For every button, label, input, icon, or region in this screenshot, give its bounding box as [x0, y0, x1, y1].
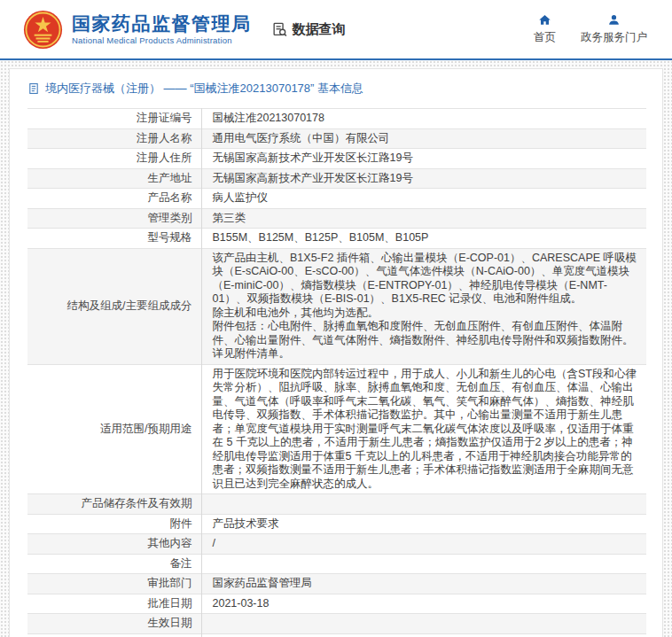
row-value: B155M、B125M、B125P、B105M、B105P: [213, 231, 429, 244]
row-valid-until: 有效期至 2026-03-17: [27, 633, 646, 637]
row-label: 产品名称: [27, 189, 201, 209]
row-value: 第三类: [213, 212, 246, 224]
row-value: 该产品由主机、B1X5-F2 插件箱、心输出量模块（E-COP-01）、CARE…: [213, 252, 637, 361]
row-product-name: 产品名称 病人监护仪: [27, 189, 646, 209]
row-label: 注册人名称: [27, 128, 201, 149]
site-logo[interactable]: 国家药品监督管理局 National Medical Products Admi…: [23, 10, 252, 50]
nav-home[interactable]: 首页: [534, 13, 556, 45]
breadcrumb-text: 境内医疗器械（注册） —— “国械注准20213070178” 基本信息: [45, 81, 363, 97]
row-other-content: 其他内容 /: [27, 534, 646, 555]
top-right-nav: 首页 政务服务门户: [534, 13, 652, 45]
row-effective-date: 生效日期: [27, 614, 646, 634]
row-attachment: 附件 产品技术要求: [27, 514, 646, 534]
row-label: 注册证编号: [27, 109, 201, 129]
row-value: 用于医院环境和医院内部转运过程中，用于成人、小儿和新生儿的心电（含ST段和心律失…: [213, 368, 637, 490]
document-icon: [27, 82, 40, 95]
row-value: 病人监护仪: [213, 191, 269, 204]
row-label: 有效期至: [27, 633, 201, 637]
row-label: 其他内容: [27, 534, 201, 555]
data-query-label: 数据查询: [293, 21, 346, 38]
row-model-spec: 型号规格 B155M、B125M、B125P、B105M、B105P: [27, 229, 646, 249]
row-label: 备注: [27, 554, 201, 574]
content-panel: 境内医疗器械（注册） —— “国械注准20213070178” 基本信息 注册证…: [9, 68, 663, 637]
row-label: 型号规格: [27, 229, 201, 249]
row-remarks: 备注: [27, 554, 646, 574]
breadcrumb: 境内医疗器械（注册） —— “国械注准20213070178” 基本信息: [10, 69, 662, 108]
org-title-cn: 国家药品监督管理局: [72, 13, 252, 34]
nav-home-label: 首页: [534, 30, 556, 45]
row-label: 注册人住所: [27, 149, 201, 169]
page-background: 境内医疗器械（注册） —— “国械注准20213070178” 基本信息 注册证…: [0, 60, 672, 637]
row-value: 无锡国家高新技术产业开发区长江路19号: [213, 172, 413, 184]
row-approval-dept: 审批部门 国家药品监督管理局: [27, 574, 646, 594]
row-value: /: [213, 537, 215, 549]
row-production-address: 生产地址 无锡国家高新技术产业开发区长江路19号: [27, 168, 646, 189]
row-label: 生效日期: [27, 614, 201, 634]
row-registrant-address: 注册人住所 无锡国家高新技术产业开发区长江路19号: [27, 149, 646, 169]
row-value: 国械注准20213070178: [213, 112, 324, 124]
row-registrant-name: 注册人名称 通用电气医疗系统（中国）有限公司: [27, 128, 646, 149]
national-emblem-icon: [23, 10, 63, 50]
document-search-icon: [271, 21, 288, 38]
row-label: 批准日期: [27, 594, 201, 614]
row-value: 产品技术要求: [213, 517, 279, 530]
nav-portal[interactable]: 政务服务门户: [581, 13, 647, 45]
row-value: 无锡国家高新技术产业开发区长江路19号: [213, 151, 413, 164]
row-label: 生产地址: [27, 168, 201, 189]
row-cert-number: 注册证编号 国械注准20213070178: [27, 109, 646, 129]
row-value: 通用电气医疗系统（中国）有限公司: [213, 132, 390, 144]
row-storage-validity: 产品储存条件及有效期: [27, 494, 646, 515]
org-title-en: National Medical Products Administration: [72, 35, 252, 45]
row-approval-date: 批准日期 2021-03-18: [27, 594, 646, 614]
row-label: 附件: [27, 514, 201, 534]
row-label: 管理类别: [27, 208, 201, 229]
row-label: 适用范围/预期用途: [27, 364, 201, 494]
data-query-nav[interactable]: 数据查询: [271, 21, 346, 38]
row-label: 审批部门: [27, 574, 201, 594]
user-icon: [607, 13, 621, 27]
row-intended-use: 适用范围/预期用途 用于医院环境和医院内部转运过程中，用于成人、小儿和新生儿的心…: [27, 364, 646, 494]
row-value: 2021-03-18: [213, 597, 270, 610]
registration-info-table: 注册证编号 国械注准20213070178 注册人名称 通用电气医疗系统（中国）…: [27, 108, 646, 637]
row-value: 国家药品监督管理局: [213, 577, 313, 589]
row-structure-composition: 结构及组成/主要组成成分 该产品由主机、B1X5-F2 插件箱、心输出量模块（E…: [27, 248, 646, 364]
row-label: 结构及组成/主要组成成分: [27, 248, 201, 364]
nav-portal-label: 政务服务门户: [581, 30, 647, 45]
row-management-class: 管理类别 第三类: [27, 208, 646, 229]
home-icon: [538, 13, 551, 27]
row-label: 产品储存条件及有效期: [27, 494, 201, 515]
top-header: 国家药品监督管理局 National Medical Products Admi…: [0, 0, 672, 58]
